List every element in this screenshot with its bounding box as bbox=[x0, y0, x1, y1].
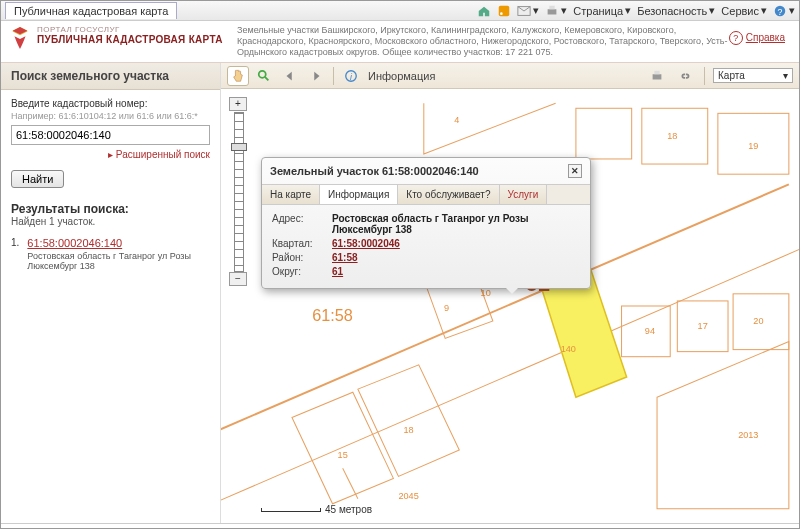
header-description: Земельные участки Башкирского, Иркутског… bbox=[237, 25, 791, 58]
tab-services[interactable]: Услуги bbox=[500, 185, 548, 204]
zoom-control: + − bbox=[229, 97, 249, 287]
okrug-link[interactable]: 61 bbox=[332, 266, 343, 277]
field-label: Округ: bbox=[272, 266, 332, 277]
basemap-select[interactable]: Карта▾ bbox=[713, 68, 793, 83]
site-header: ПОРТАЛ ГОСУСЛУГ ПУБЛИЧНАЯ КАДАСТРОВАЯ КА… bbox=[1, 21, 799, 63]
print-icon[interactable]: ▾ bbox=[545, 4, 567, 18]
info-tool-button[interactable]: i bbox=[340, 66, 362, 86]
plot-label: 94 bbox=[645, 326, 655, 336]
svg-text:?: ? bbox=[778, 6, 783, 16]
plot-label: 15 bbox=[338, 450, 348, 460]
emblem-icon bbox=[9, 25, 31, 51]
parcel-popup: Земельный участок 61:58:0002046:140 ✕ На… bbox=[261, 157, 591, 289]
tab-onmap[interactable]: На карте bbox=[262, 185, 320, 204]
browser-tab[interactable]: Публичная кадастровая карта bbox=[5, 2, 177, 19]
svg-rect-0 bbox=[499, 5, 510, 16]
result-item: 1. 61:58:0002046:140 Ростовская область … bbox=[11, 237, 210, 271]
plot-label: 20 bbox=[753, 316, 763, 326]
popup-tabs: На карте Информация Кто обслуживает? Усл… bbox=[262, 185, 590, 205]
map-toolbar: i Информация Карта▾ bbox=[221, 63, 799, 89]
info-label: Информация bbox=[368, 70, 435, 82]
plot-label: 17 bbox=[698, 321, 708, 331]
zoom-slider[interactable] bbox=[234, 112, 244, 272]
plot-label: 10 bbox=[481, 288, 491, 298]
mail-icon[interactable]: ▾ bbox=[517, 4, 539, 18]
zoom-in-button[interactable]: + bbox=[229, 97, 247, 111]
link-button[interactable] bbox=[674, 66, 696, 86]
help-icon[interactable]: ?▾ bbox=[773, 4, 795, 18]
toolbar-separator bbox=[333, 67, 334, 85]
pan-tool-button[interactable] bbox=[227, 66, 249, 86]
svg-rect-11 bbox=[654, 70, 659, 74]
sidebar-title: Поиск земельного участка bbox=[1, 63, 220, 90]
rayon-link[interactable]: 61:58 bbox=[332, 252, 358, 263]
svg-point-7 bbox=[259, 70, 266, 77]
print-button[interactable] bbox=[646, 66, 668, 86]
plot-label: 19 bbox=[748, 141, 758, 151]
find-button[interactable]: Найти bbox=[11, 170, 64, 188]
svg-rect-12 bbox=[576, 108, 632, 159]
field-label: Квартал: bbox=[272, 238, 332, 249]
zoom-out-button[interactable]: − bbox=[229, 272, 247, 286]
field-label: Район: bbox=[272, 252, 332, 263]
browser-menu: ▾ ▾ Страница ▾ Безопасность ▾ Сервис ▾ ?… bbox=[477, 4, 795, 18]
input-label: Введите кадастровый номер: bbox=[11, 98, 210, 109]
map-svg: 61 140 2046 61:58 4 18 19 9 10 94 17 20 … bbox=[221, 89, 799, 523]
scale-bar: 45 метров bbox=[261, 504, 372, 515]
menu-service[interactable]: Сервис ▾ bbox=[721, 4, 767, 17]
page-title: ПУБЛИЧНАЯ КАДАСТРОВАЯ КАРТА bbox=[37, 34, 237, 45]
cadastral-input[interactable] bbox=[11, 125, 210, 145]
map-panel: i Информация Карта▾ + − bbox=[221, 63, 799, 523]
popup-close-button[interactable]: ✕ bbox=[568, 164, 582, 178]
popup-title: Земельный участок 61:58:0002046:140 bbox=[270, 165, 479, 177]
plot-label: 9 bbox=[444, 303, 449, 313]
footer: Версия: 1.2.156.130.1.4 © Росреестр, 201… bbox=[1, 523, 799, 529]
result-number: 1. bbox=[11, 237, 19, 271]
plot-label: 18 bbox=[404, 425, 414, 435]
field-label: Адрес: bbox=[272, 213, 332, 235]
home-icon[interactable] bbox=[477, 4, 491, 18]
menu-page[interactable]: Страница ▾ bbox=[573, 4, 631, 17]
plot-label: 140 bbox=[561, 344, 576, 354]
extent-tool-button[interactable] bbox=[253, 66, 275, 86]
field-value: Ростовская область г Таганрог ул Розы Лю… bbox=[332, 213, 580, 235]
help-link[interactable]: Справка bbox=[729, 31, 785, 45]
tab-info[interactable]: Информация bbox=[320, 185, 398, 204]
results-count: Найден 1 участок. bbox=[11, 216, 210, 227]
browser-chrome: Публичная кадастровая карта ▾ ▾ Страница… bbox=[1, 1, 799, 21]
block-label: 61:58 bbox=[312, 306, 353, 324]
svg-rect-3 bbox=[548, 9, 557, 14]
results-title: Результаты поиска: bbox=[11, 202, 210, 216]
map-canvas[interactable]: + − bbox=[221, 89, 799, 523]
back-button[interactable] bbox=[279, 66, 301, 86]
zoom-handle[interactable] bbox=[231, 143, 247, 151]
sidebar: Поиск земельного участка Введите кадастр… bbox=[1, 63, 221, 523]
menu-safety[interactable]: Безопасность ▾ bbox=[637, 4, 715, 17]
svg-rect-4 bbox=[550, 5, 555, 9]
feed-icon[interactable] bbox=[497, 4, 511, 18]
plot-label: 2013 bbox=[738, 430, 758, 440]
svg-point-1 bbox=[500, 12, 503, 15]
toolbar-separator bbox=[704, 67, 705, 85]
svg-text:i: i bbox=[350, 71, 353, 81]
result-address: Ростовская область г Таганрог ул Розы Лю… bbox=[27, 251, 210, 271]
forward-button[interactable] bbox=[305, 66, 327, 86]
kvartal-link[interactable]: 61:58:0002046 bbox=[332, 238, 400, 249]
portal-label: ПОРТАЛ ГОСУСЛУГ bbox=[37, 25, 237, 34]
plot-label: 18 bbox=[667, 131, 677, 141]
result-link[interactable]: 61:58:0002046:140 bbox=[27, 237, 122, 249]
plot-label: 2045 bbox=[398, 491, 418, 501]
tab-who[interactable]: Кто обслуживает? bbox=[398, 185, 499, 204]
svg-rect-10 bbox=[653, 74, 662, 79]
advanced-search-link[interactable]: Расширенный поиск bbox=[11, 149, 210, 160]
input-hint: Например: 61:6:10104:12 или 61:6 или 61:… bbox=[11, 111, 210, 121]
plot-label: 4 bbox=[454, 115, 459, 125]
